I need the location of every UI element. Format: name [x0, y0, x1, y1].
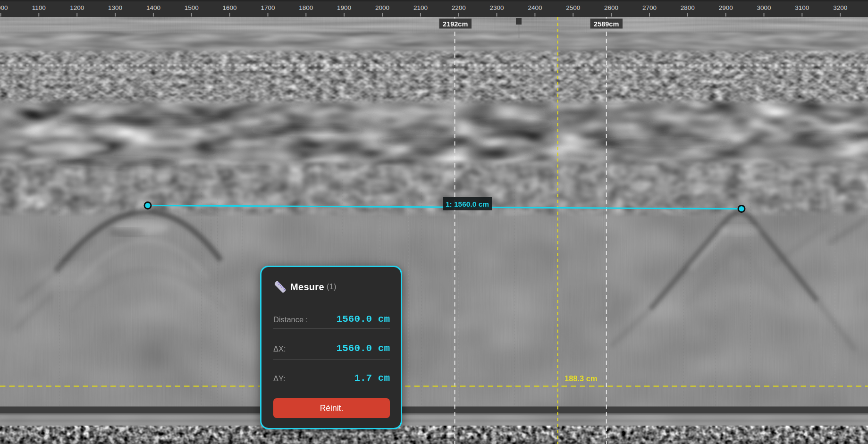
svg-text:1100: 1100 — [32, 4, 46, 11]
svg-text:1: 1560.0 cm: 1: 1560.0 cm — [446, 200, 489, 208]
svg-text:3100: 3100 — [795, 4, 809, 11]
svg-text:2300: 2300 — [489, 4, 504, 11]
svg-text:2600: 2600 — [604, 4, 618, 11]
svg-text:1800: 1800 — [299, 4, 313, 11]
svg-text:1900: 1900 — [337, 4, 351, 11]
svg-text:1000: 1000 — [0, 4, 8, 11]
svg-text:1300: 1300 — [108, 4, 122, 11]
svg-text:2900: 2900 — [719, 4, 733, 11]
svg-text:2400: 2400 — [528, 4, 542, 11]
svg-text:2700: 2700 — [642, 4, 657, 11]
svg-text:2100: 2100 — [413, 4, 428, 11]
svg-text:2200: 2200 — [452, 4, 466, 11]
svg-text:2000: 2000 — [375, 4, 389, 11]
svg-text:1600: 1600 — [223, 4, 237, 11]
svg-text:2500: 2500 — [566, 4, 580, 11]
svg-text:2800: 2800 — [681, 4, 695, 11]
svg-text:2589cm: 2589cm — [594, 20, 619, 28]
svg-text:1500: 1500 — [185, 4, 199, 11]
svg-text:1200: 1200 — [70, 4, 84, 11]
svg-text:3200: 3200 — [833, 4, 847, 11]
svg-text:188.3 cm: 188.3 cm — [565, 374, 598, 383]
svg-text:1400: 1400 — [146, 4, 160, 11]
svg-text:3000: 3000 — [757, 4, 771, 11]
svg-text:2192cm: 2192cm — [443, 20, 468, 28]
svg-text:1700: 1700 — [261, 4, 275, 11]
